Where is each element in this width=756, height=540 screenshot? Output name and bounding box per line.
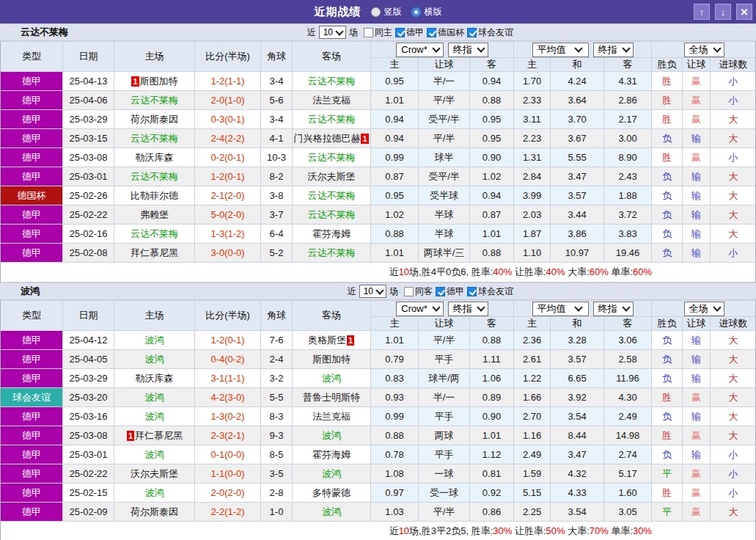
summary-value: 40% (493, 266, 512, 277)
team-name: 云达不莱梅 (131, 95, 178, 106)
bookmaker-final-select[interactable]: 终指 (448, 302, 488, 316)
scope-select[interactable]: 全场 (684, 43, 724, 57)
crow-away-odds: 0.81 (470, 464, 514, 484)
checkbox-checked-icon[interactable] (467, 287, 477, 296)
checkbox-checked-icon[interactable] (436, 287, 445, 296)
match-row: 德甲25-03-29荷尔斯泰因0-3(0-1)3-4云达不莱梅0.94受平/半0… (1, 110, 756, 129)
checkbox-checked-icon[interactable] (467, 28, 477, 37)
close-button[interactable]: ✕ (736, 4, 752, 20)
score: 0-4(0-2) (195, 350, 261, 369)
filter-label: 德甲 (406, 26, 424, 39)
crow-away-odds: 1.06 (470, 369, 514, 388)
radio-icon[interactable] (411, 7, 421, 17)
crow-away-odds: 0.88 (470, 331, 514, 350)
match-row: 德甲25-04-12波鸿1-2(0-1)7-6奥格斯堡11.01平/半0.882… (1, 331, 756, 350)
checkbox-checked-icon[interactable] (395, 28, 405, 37)
match-date: 25-02-08 (63, 244, 114, 263)
col-score: 比分(半场) (195, 301, 261, 331)
filter-checkbox[interactable]: 德甲 (436, 285, 464, 298)
summary-row: 近10场,胜4平0负6, 胜率:40% 让胜率:40% 大率:60% 单率:60… (1, 263, 756, 282)
filter-checkbox[interactable]: 球会友谊 (467, 26, 513, 39)
recent-count-select[interactable]: 10 (319, 26, 346, 39)
move-down-button[interactable]: ↓ (715, 4, 731, 20)
away-team-cell: 门兴格拉德巴赫1 (293, 129, 371, 148)
match-date: 25-03-01 (63, 445, 114, 464)
filter-list: 同客德甲球会友谊 (401, 285, 513, 298)
team-name: 荷尔斯泰因 (131, 114, 178, 125)
handicap-result: 输 (683, 331, 711, 350)
result-win-loss: 负 (652, 350, 683, 369)
handicap-result: 输 (683, 445, 711, 464)
handicap-result: 输 (683, 186, 711, 205)
subcol-crow-away: 客 (470, 58, 514, 72)
summary-label: 让胜率: (512, 525, 546, 536)
crow-home-odds: 0.99 (371, 407, 419, 426)
result-win-loss: 胜 (652, 484, 683, 503)
result-win-loss: 胜 (652, 110, 683, 129)
checkbox-unchecked-icon[interactable] (404, 287, 414, 296)
corner-score: 9-3 (261, 426, 293, 445)
avg-draw-odds: 8.44 (551, 426, 604, 445)
team-name: 门兴格拉德巴赫 (293, 133, 360, 144)
home-team-cell: 沃尔夫斯堡 (114, 464, 195, 484)
filter-checkbox[interactable]: 同主 (364, 26, 392, 39)
home-team-cell: 拜仁慕尼黑 (114, 244, 195, 263)
radio-icon[interactable] (371, 7, 381, 17)
summary-value: 30% (633, 525, 652, 536)
average-final-select[interactable]: 终指 (593, 43, 634, 57)
version-radio-horizontal[interactable]: 横版 (411, 6, 442, 18)
summary-label: 单率: (609, 266, 633, 277)
result-win-loss: 平 (652, 503, 683, 522)
competition-badge: 德甲 (1, 148, 63, 167)
average-select[interactable]: 平均值 (532, 43, 589, 57)
bookmaker-select[interactable]: Crow* (396, 302, 443, 316)
version-radio-vertical[interactable]: 竖版 (371, 6, 402, 18)
handicap-result: 输 (683, 369, 711, 388)
summary-label: 场,胜3平2负5, 胜率: (409, 525, 493, 536)
corner-score: 8-3 (261, 407, 293, 426)
team-name: 波鸿 (145, 335, 164, 346)
avg-draw-odds: 3.44 (551, 205, 604, 225)
home-team-cell: 波鸿 (114, 484, 195, 503)
avg-away-odds: 2.58 (604, 350, 652, 369)
col-date: 日期 (63, 301, 114, 331)
scope-select[interactable]: 全场 (684, 302, 724, 316)
corner-score: 5-5 (261, 388, 293, 407)
filter-checkbox[interactable]: 球会友谊 (467, 285, 513, 298)
team-section: 波鸿 近 10 场 同客德甲球会友谊 类型 日期 主场 比分(半场) 角球 (0, 282, 756, 540)
match-date: 25-03-15 (63, 129, 114, 148)
filter-checkbox[interactable]: 同客 (404, 285, 433, 298)
handicap-result: 赢 (683, 91, 711, 110)
move-up-button[interactable]: ↑ (694, 4, 710, 20)
match-date: 25-02-09 (63, 503, 114, 522)
handicap-line: 球半 (419, 148, 470, 167)
filter-checkbox[interactable]: 德国杯 (427, 26, 464, 39)
bookmaker-select-group: Crow* 终指 (371, 301, 514, 317)
handicap-result: 输 (683, 244, 711, 263)
away-team-cell: 法兰克福 (293, 407, 371, 426)
avg-draw-odds: 3.86 (551, 225, 604, 244)
match-date: 25-03-08 (63, 426, 114, 445)
recent-count-value: 10 (364, 286, 373, 296)
summary-label: 大率: (565, 525, 590, 536)
bookmaker-final-select[interactable]: 终指 (448, 43, 488, 57)
average-final-select[interactable]: 终指 (593, 302, 634, 316)
recent-count-select[interactable]: 10 (359, 285, 386, 298)
avg-home-odds: 1.16 (514, 426, 551, 445)
checkbox-unchecked-icon[interactable] (364, 28, 373, 37)
avg-draw-odds: 4.32 (551, 464, 604, 484)
crow-away-odds: 0.90 (470, 148, 514, 167)
red-card-badge: 1 (347, 335, 354, 346)
summary-text: 近10场,胜3平2负5, 胜率:30% 让胜率:50% 大率:70% 单率:30… (1, 522, 756, 540)
bookmaker-final-value: 终指 (453, 43, 472, 56)
checkbox-checked-icon[interactable] (427, 28, 436, 37)
corner-score: 2-8 (261, 484, 293, 503)
team-name-heading: 云达不莱梅 (21, 26, 68, 39)
title-group: 近期战绩 竖版横版 (315, 5, 442, 19)
table-body: 德甲25-04-12波鸿1-2(0-1)7-6奥格斯堡11.01平/半0.882… (1, 331, 756, 522)
corner-score: 3-4 (261, 110, 293, 129)
avg-draw-odds: 5.55 (551, 148, 604, 167)
bookmaker-select[interactable]: Crow* (396, 43, 443, 57)
average-select[interactable]: 平均值 (532, 302, 589, 316)
filter-checkbox[interactable]: 德甲 (395, 26, 424, 39)
